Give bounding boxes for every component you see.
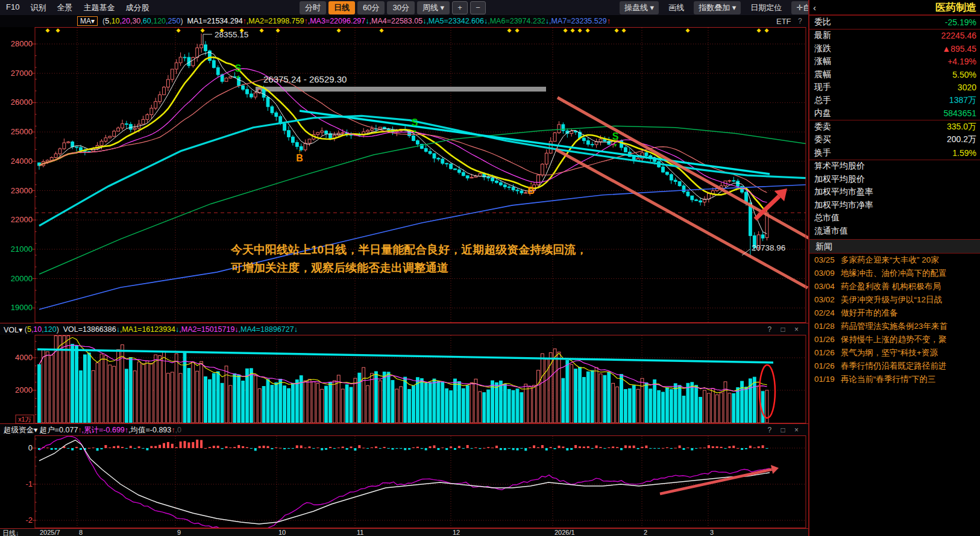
news-item[interactable]: 01/26景气为纲，坚守“科技+资源 (809, 346, 980, 360)
metric-row-加权平均市盈率[interactable]: 加权平均市盈率 (809, 186, 980, 199)
event-diamond-icon: ◆ (201, 27, 205, 33)
period-mode-label[interactable]: 日线↓ (2, 529, 19, 536)
svg-text:27000: 27000 (11, 69, 33, 78)
svg-text:24000: 24000 (11, 157, 33, 166)
top-toolbar: F10 识别 全景 主题基金 成分股 分时 日线 60分 30分 周线 ▾ + … (0, 0, 808, 15)
date-tick-label: 11 (357, 529, 363, 536)
indicator-value: ,MA6=23974.232 (488, 17, 545, 25)
event-diamond-icon: ◆ (622, 27, 626, 33)
tab-fenshi[interactable]: 分时 (300, 1, 326, 14)
event-diamond-icon: ◆ (515, 27, 520, 33)
indicator-value: ,MA2=15015719 (179, 325, 234, 334)
tab-rixian[interactable]: 日线 (328, 1, 355, 14)
event-diamond-icon: ◆ (507, 27, 512, 33)
quote-row-委买[interactable]: 委买200.2万 (809, 134, 980, 147)
quote-row-委比[interactable]: 委比-25.19% (809, 15, 980, 29)
svg-text:26000: 26000 (11, 98, 33, 107)
news-item[interactable]: 03/04药企盈利改善 机构积极布局 (809, 280, 980, 293)
event-diamond-icon: ◆ (765, 27, 769, 33)
quote-row-现手[interactable]: 现手3020 (809, 81, 980, 95)
ma-selector[interactable]: MA▾ (77, 16, 98, 26)
indicator-value: ,120 (151, 17, 166, 25)
zoom-in-button[interactable]: + (452, 1, 468, 14)
indicator-value: ,MA7=23235.529 (549, 17, 607, 25)
event-diamond-icon: ◆ (571, 27, 575, 33)
indicator-value: ,MA5=23342.606 (426, 17, 484, 25)
quote-row-涨幅[interactable]: 涨幅+4.19% (809, 55, 980, 69)
tab-30min[interactable]: 30分 (387, 1, 414, 14)
indicator-value: ,250 (166, 17, 180, 25)
indicator-value: ,MA4=22583.05 (369, 17, 423, 25)
metric-row-流通市值[interactable]: 流通市值 (809, 225, 980, 238)
indicator-value: ,120 (42, 325, 56, 334)
metric-row-算术平均股价[interactable]: 算术平均股价 (809, 160, 980, 173)
news-item[interactable]: 02/24做好开市的准备 (809, 307, 980, 320)
quote-row-最新[interactable]: 最新22245.46 (809, 29, 980, 43)
news-item[interactable]: 03/25多家药企迎来“大丰收” 20家 (809, 254, 980, 267)
indicator-value: ) (57, 325, 63, 334)
svg-text:4000: 4000 (15, 353, 33, 362)
quote-panel: ‹ 医药制造 委比-25.19%最新22245.46涨跌▲895.45涨幅+4.… (808, 0, 980, 536)
quote-row-涨跌[interactable]: 涨跌▲895.45 (809, 42, 980, 55)
news-item[interactable]: 01/28药品管理法实施条例23年来首 (809, 320, 980, 333)
indicator-value: ,30 (130, 17, 140, 25)
metric-row-加权平均股价[interactable]: 加权平均股价 (809, 173, 980, 186)
news-item[interactable]: 01/26保持慢牛上涨的趋势不变，聚 (809, 333, 980, 346)
zoom-out-button[interactable]: − (470, 1, 486, 14)
indicator-value: VOL=13866386 (63, 325, 116, 334)
tab-zhouxian[interactable]: 周线 ▾ (417, 1, 450, 14)
quote-row-总手[interactable]: 总手1387万 (809, 94, 980, 107)
index-overlay-button[interactable]: 指数叠加 ▾ (694, 1, 741, 14)
indicator-value: ) (180, 17, 187, 25)
back-chevron-icon[interactable]: ‹ (813, 2, 816, 13)
caopanxian-button[interactable]: 操盘线 ▾ (620, 1, 659, 14)
indicator-value: ,0 (175, 426, 181, 434)
news-item[interactable]: 03/02美伊冲突升级与伊以“12日战 (809, 293, 980, 307)
event-diamond-icon: ◆ (686, 27, 690, 33)
menu-chengfengu[interactable]: 成分股 (125, 2, 149, 13)
indicator-value: 5 (27, 325, 31, 334)
low-price-callout: 20738.96 (752, 243, 785, 252)
indicator-value: ,累计=-0.699 (82, 426, 125, 434)
quote-row-内盘[interactable]: 内盘5843651 (809, 107, 980, 120)
date-tick-label: 8 (79, 529, 83, 536)
sell-marker: S (412, 117, 418, 128)
main-candlestick-chart[interactable]: 2800027000260002500024000230002200021000… (0, 27, 808, 323)
volume-pane-controls[interactable]: ? □ × (767, 325, 802, 334)
news-item[interactable]: 01/26春季行情仍沿着既定路径前进 (809, 360, 980, 373)
svg-text:0: 0 (28, 443, 33, 452)
news-item[interactable]: 01/19再论当前“春季行情”下的三 (809, 373, 980, 386)
event-diamond-icon: ◆ (46, 27, 50, 33)
news-item[interactable]: 03/09地缘冲击、油价冲高下的配置 (809, 267, 980, 280)
svg-text:22000: 22000 (11, 215, 33, 224)
fund-selector[interactable]: 超级资金▾ (4, 425, 37, 435)
quote-row-委卖[interactable]: 委卖335.0万 (809, 120, 980, 134)
quote-row-震幅[interactable]: 震幅5.50% (809, 68, 980, 81)
menu-quanjing[interactable]: 全景 (57, 2, 72, 13)
date-tick-label: 2026/1 (554, 529, 575, 536)
date-locate-button[interactable]: 日期定位 (746, 1, 787, 14)
date-tick-label: 9 (177, 529, 181, 536)
period-tabs: 分时 日线 60分 30分 周线 ▾ + − (300, 1, 486, 14)
volume-chart[interactable]: 40002000x1万 (0, 335, 808, 423)
menu-f10[interactable]: F10 (6, 2, 19, 13)
menu-shibie[interactable]: 识别 (30, 2, 46, 13)
ma-help-icon[interactable]: ? (798, 17, 802, 25)
menu-zhuti-fund[interactable]: 主题基金 (83, 2, 115, 13)
fund-pane-header: 超级资金▾ 超户=0.077↑,累计=-0.699↑,均值=-0.893↑,0 … (0, 423, 808, 437)
band-range-label: 26375.24 - 26529.30 (263, 74, 347, 84)
super-fund-chart[interactable]: 0-1-2 (0, 435, 808, 528)
tab-60min[interactable]: 60分 (357, 1, 385, 14)
quote-row-换手[interactable]: 换手1.59% (809, 146, 980, 160)
fund-pane-controls[interactable]: ? □ × (767, 426, 802, 434)
vol-selector[interactable]: VOL▾ (4, 325, 22, 334)
huaxian-button[interactable]: 画线 (664, 1, 689, 14)
metric-row-加权平均市净率[interactable]: 加权平均市净率 (809, 199, 980, 212)
metric-row-总市值[interactable]: 总市值 (809, 212, 980, 225)
sell-marker: S (612, 131, 619, 142)
sell-arrow-icon: ▼ (613, 143, 618, 148)
ma-indicator-bar: MA▾ (5,10,20,30,60,120,250) MA1=21534.29… (0, 15, 808, 28)
indicator-value: MA1=21534.294 (187, 17, 243, 25)
sell-arrow-icon: ▼ (236, 75, 240, 80)
etf-label[interactable]: ETF (776, 17, 791, 26)
